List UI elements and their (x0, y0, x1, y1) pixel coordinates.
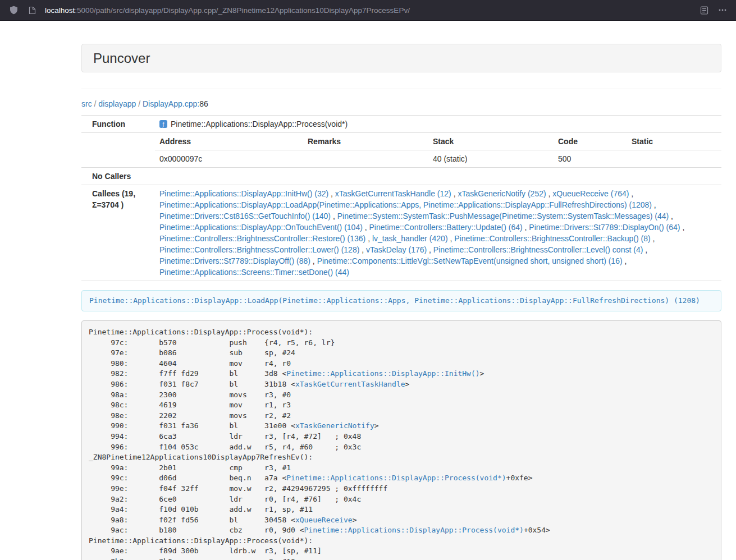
callee-separator: , (365, 234, 372, 243)
disassembly-symbol-link[interactable]: xTaskGenericNotify (295, 421, 374, 430)
callee-link[interactable]: Pinetime::Controllers::BrightnessControl… (433, 245, 643, 254)
callee-separator: , (523, 223, 529, 232)
callees-row: Callees (19, Σ=3704 ) Pinetime::Applicat… (81, 185, 721, 281)
callee-link[interactable]: xTaskGenericNotify (252) (458, 189, 546, 198)
function-name-cell: ƒ Pinetime::Applications::DisplayApp::Pr… (155, 116, 721, 133)
callees-label: Callees (19, Σ=3704 ) (81, 185, 155, 281)
address-value: 0x0000097c (155, 150, 303, 168)
stack-value: 40 (static) (428, 150, 554, 168)
highlighted-callee-link[interactable]: Pinetime::Applications::DisplayApp::Load… (89, 296, 700, 305)
callee-separator: , (680, 223, 685, 232)
metrics-value-row: 0x0000097c 40 (static) 500 (155, 150, 721, 168)
callee-link[interactable]: lv_task_handler (420) (372, 234, 448, 243)
breadcrumb-separator: / (92, 99, 99, 108)
metrics-table: Address Remarks Stack Code Static 0x0000… (155, 133, 721, 167)
callee-link[interactable]: Pinetime::Applications::DisplayApp::OnTo… (159, 223, 363, 232)
callee-link[interactable]: Pinetime::Controllers::Battery::Update()… (369, 223, 523, 232)
disassembly-symbol-link[interactable]: xTaskGetCurrentTaskHandle (295, 380, 405, 388)
callee-separator: , (331, 212, 337, 221)
no-callers-label: No Callers (81, 168, 155, 185)
callee-link[interactable]: xTaskGetCurrentTaskHandle (12) (335, 189, 451, 198)
function-icon: ƒ (159, 120, 167, 128)
highlighted-callee-box: Pinetime::Applications::DisplayApp::Load… (81, 290, 721, 311)
callee-link[interactable]: Pinetime::Drivers::Cst816S::GetTouchInfo… (159, 212, 331, 221)
disassembly: Pinetime::Applications::DisplayApp::Proc… (81, 320, 721, 560)
callee-separator: , (651, 234, 655, 243)
col-stack: Stack (428, 133, 554, 150)
function-table: Function ƒ Pinetime::Applications::Displ… (81, 115, 721, 281)
browser-chrome: localhost:5000/path/src/displayapp/Displ… (0, 0, 736, 21)
callee-link[interactable]: xQueueReceive (764) (552, 189, 629, 198)
callee-link[interactable]: Pinetime::Applications::DisplayApp::Load… (159, 200, 652, 209)
breadcrumb-link[interactable]: src (81, 99, 92, 108)
callee-link[interactable]: Pinetime::Controllers::BrightnessControl… (159, 245, 359, 254)
menu-dots-icon[interactable] (717, 4, 728, 16)
breadcrumb-line-number: 86 (199, 99, 208, 108)
breadcrumb-separator: / (136, 99, 143, 108)
callee-link[interactable]: Pinetime::Controllers::BrightnessControl… (159, 234, 365, 243)
callee-separator: , (629, 189, 633, 198)
reader-mode-icon[interactable] (698, 4, 710, 16)
page-title: Puncover (93, 51, 710, 66)
shield-icon[interactable] (8, 4, 19, 16)
function-row: Function ƒ Pinetime::Applications::Displ… (81, 116, 721, 133)
breadcrumb: src / displayapp / DisplayApp.cpp:86 (81, 99, 721, 108)
disassembly-symbol-link[interactable]: Pinetime::Applications::DisplayApp::Init… (286, 369, 479, 378)
callee-separator: , (652, 200, 656, 209)
disassembly-symbol-link[interactable]: xQueueReceive (295, 516, 353, 524)
callee-separator: , (451, 189, 458, 198)
divider (81, 89, 721, 89)
page-title-box: Puncover (81, 44, 721, 72)
callee-link[interactable]: Pinetime::System::SystemTask::PushMessag… (337, 212, 669, 221)
disassembly-symbol-link[interactable]: Pinetime::Applications::DisplayApp::Proc… (286, 474, 506, 482)
callee-separator: , (546, 189, 553, 198)
metrics-row: Address Remarks Stack Code Static 0x0000… (81, 133, 721, 168)
col-static: Static (627, 133, 721, 150)
svg-text:ƒ: ƒ (162, 121, 164, 127)
callee-link[interactable]: Pinetime::Drivers::St7789::DisplayOn() (… (529, 223, 680, 232)
callee-separator: , (669, 212, 673, 221)
function-name: Pinetime::Applications::DisplayApp::Proc… (171, 120, 348, 128)
metrics-header-row: Address Remarks Stack Code Static (155, 133, 721, 150)
static-value (627, 150, 721, 168)
code-value: 500 (554, 150, 627, 168)
col-remarks: Remarks (303, 133, 428, 150)
url-host: localhost (45, 6, 75, 15)
page-content: Puncover src / displayapp / DisplayApp.c… (81, 21, 721, 560)
callee-link[interactable]: Pinetime::Controllers::BrightnessControl… (454, 234, 650, 243)
page-icon (26, 4, 38, 16)
no-callers-row: No Callers (81, 168, 721, 185)
callee-separator: , (359, 245, 366, 254)
callee-separator: , (310, 256, 317, 265)
callee-separator: , (328, 189, 335, 198)
callees-cell: Pinetime::Applications::DisplayApp::Init… (155, 185, 721, 281)
callee-link[interactable]: Pinetime::Drivers::St7789::DisplayOff() … (159, 256, 310, 265)
col-code: Code (554, 133, 627, 150)
metrics-row-label (81, 133, 155, 168)
callee-separator: , (448, 234, 455, 243)
metrics-cell: Address Remarks Stack Code Static 0x0000… (155, 133, 721, 168)
callee-link[interactable]: vTaskDelay (176) (366, 245, 427, 254)
callee-link[interactable]: Pinetime::Applications::Screens::Timer::… (159, 268, 349, 277)
callee-link[interactable]: Pinetime::Applications::DisplayApp::Init… (159, 189, 328, 198)
url-path: :5000/path/src/displayapp/DisplayApp.cpp… (75, 6, 410, 15)
callee-separator: , (623, 256, 627, 265)
remarks-value (303, 150, 428, 168)
no-callers-cell (155, 168, 721, 185)
breadcrumb-link[interactable]: DisplayApp.cpp: (143, 99, 199, 108)
disassembly-symbol-link[interactable]: Pinetime::Applications::DisplayApp::Proc… (304, 526, 524, 534)
function-label: Function (81, 116, 155, 133)
callee-link[interactable]: Pinetime::Components::LittleVgl::SetNewT… (317, 256, 623, 265)
callee-separator: , (643, 245, 647, 254)
callee-separator: , (427, 245, 433, 254)
col-address: Address (155, 133, 303, 150)
breadcrumb-link[interactable]: displayapp (98, 99, 136, 108)
url-bar[interactable]: localhost:5000/path/src/displayapp/Displ… (45, 6, 691, 15)
callee-separator: , (363, 223, 369, 232)
